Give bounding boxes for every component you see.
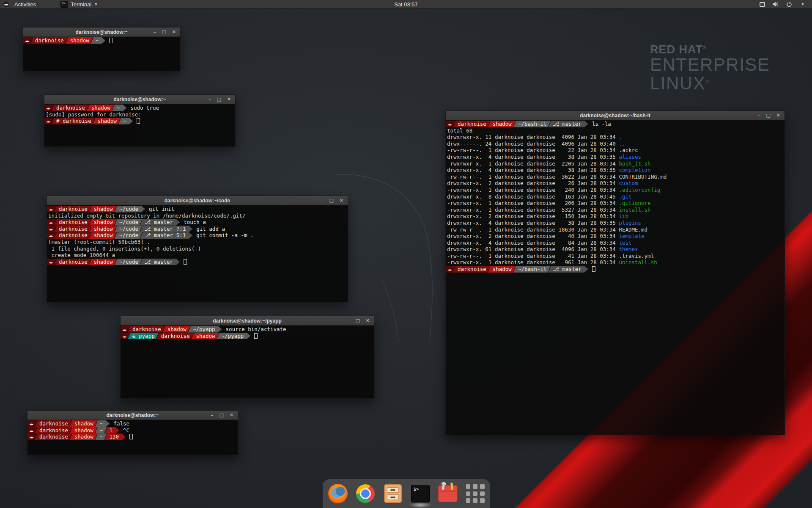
- clock[interactable]: Sat 03:57: [0, 1, 812, 8]
- terminal-cursor: [592, 266, 595, 272]
- toolbox-icon[interactable]: [438, 483, 458, 504]
- terminal-window-home-1[interactable]: darknoise@shadow:~ –□✕ darknoiseshadow~: [23, 27, 181, 71]
- command-text: source bin/activate: [226, 326, 286, 332]
- maximize-button[interactable]: □: [355, 316, 359, 326]
- prompt-segment-host: shadow: [89, 219, 117, 226]
- close-button[interactable]: ✕: [172, 28, 176, 37]
- terminal-window-pyapp[interactable]: darknoise@shadow:~/pyapp –□✕ darknoisesh…: [120, 316, 374, 399]
- file-name: .gitignore: [619, 200, 650, 206]
- maximize-button[interactable]: □: [217, 95, 221, 104]
- system-status-area[interactable]: ▼: [759, 1, 812, 7]
- minimize-button[interactable]: –: [154, 28, 156, 37]
- file-name: .travis.yml: [619, 253, 654, 259]
- file-name: test: [619, 240, 631, 246]
- terminal-window-bash-it[interactable]: darknoise@shadow:~/bash-it –□✕ darknoise…: [445, 110, 785, 435]
- file-name: .git: [619, 193, 631, 200]
- volume-icon[interactable]: [772, 1, 779, 7]
- terminal-line: drwxrwxr-x. 8 darknoise darknoise 163 Ja…: [446, 193, 785, 200]
- prompt-segment-dir: ~: [95, 420, 110, 427]
- close-button[interactable]: ✕: [340, 196, 343, 205]
- terminal-line: darknoiseshadow~/bash-it⎇ masterls -la: [446, 121, 785, 127]
- dock: $>: [323, 479, 490, 508]
- terminal-line: darknoiseshadow~/code⎇ master S:1git com…: [47, 232, 348, 239]
- titlebar[interactable]: darknoise@shadow:~ –□✕: [27, 411, 238, 420]
- terminal-line: darknoiseshadow~false: [27, 420, 238, 427]
- terminal-line: darknoiseshadow~/code⎇ master: [47, 259, 348, 265]
- prompt-segment-dir: ~: [95, 427, 107, 434]
- minimize-button[interactable]: –: [321, 196, 324, 205]
- chevron-down-icon[interactable]: ▼: [799, 1, 806, 7]
- terminal-line: ☯ pyappdarknoiseshadow~/pyapp: [121, 333, 374, 340]
- prompt-segment-dir: ~/pyapp: [188, 326, 222, 333]
- files-icon[interactable]: [383, 483, 403, 504]
- app-grid-icon[interactable]: [465, 483, 486, 504]
- command-text: ls -la: [592, 121, 611, 127]
- prompt-segment-host: shadow: [87, 105, 114, 111]
- terminal-line: drwx------. 24 darknoise darknoise 4096 …: [446, 141, 785, 147]
- chrome-icon[interactable]: [355, 483, 376, 504]
- maximize-button[interactable]: □: [766, 111, 770, 120]
- file-name: install.sh: [619, 207, 650, 213]
- close-button[interactable]: ✕: [366, 316, 370, 326]
- terminal-line: 1 file changed, 0 insertions(+), 0 delet…: [47, 246, 348, 252]
- terminal-cursor: [137, 118, 140, 124]
- terminal-line: darknoiseshadow~/bash-it⎇ master: [446, 266, 785, 273]
- titlebar[interactable]: darknoise@shadow:~ –□✕: [23, 28, 180, 37]
- terminal-screen[interactable]: darknoiseshadow~/codegit initInitialized…: [47, 205, 348, 302]
- prompt-segment-dir: ~/code: [115, 232, 142, 239]
- terminal-screen[interactable]: darknoiseshadow~/pyappsource bin/activat…: [121, 326, 374, 398]
- prompt-segment-user: darknoise: [54, 219, 91, 226]
- prompt-segment-host: shadow: [488, 266, 516, 273]
- minimize-button[interactable]: –: [758, 111, 760, 120]
- titlebar[interactable]: darknoise@shadow:~/bash-it –□✕: [446, 111, 785, 120]
- close-button[interactable]: ✕: [227, 95, 231, 104]
- power-icon[interactable]: [786, 1, 793, 7]
- close-button[interactable]: ✕: [230, 411, 233, 420]
- titlebar[interactable]: darknoise@shadow:~/code –□✕: [47, 196, 348, 205]
- maximize-button[interactable]: □: [329, 196, 333, 205]
- minimize-button[interactable]: –: [211, 411, 214, 420]
- titlebar[interactable]: darknoise@shadow:~ –□✕: [44, 95, 235, 104]
- terminal-screen[interactable]: darknoiseshadow~sudo true[sudo] password…: [44, 104, 235, 146]
- prompt-segment-host: shadow: [66, 37, 93, 44]
- command-text: touch a: [184, 219, 206, 225]
- prompt-segment-host: shadow: [89, 232, 117, 239]
- prompt-segment-dir: ~: [95, 433, 107, 440]
- terminal-icon[interactable]: $>: [410, 483, 431, 504]
- file-name: plugins: [619, 220, 641, 226]
- terminal-cursor: [129, 434, 133, 439]
- terminal-line: [sudo] password for darknoise:: [44, 111, 235, 118]
- terminal-screen[interactable]: darknoiseshadow~/bash-it⎇ masterls -lato…: [446, 120, 785, 435]
- app-menu-terminal[interactable]: $> Terminal ▼: [60, 1, 98, 8]
- file-name: completion: [619, 167, 650, 173]
- terminal-screen[interactable]: darknoiseshadow~falsedarknoiseshadow~1^C…: [27, 420, 238, 455]
- file-name: README.md: [619, 226, 647, 233]
- maximize-button[interactable]: □: [219, 411, 223, 420]
- prompt-segment-dir: ~/code: [115, 259, 142, 265]
- prompt-segment-git: ⎇ master: [140, 219, 180, 226]
- titlebar[interactable]: darknoise@shadow:~/pyapp –□✕: [121, 316, 374, 326]
- terminal-screen[interactable]: darknoiseshadow~: [23, 37, 180, 71]
- prompt-segment-dir: ~/code: [115, 226, 142, 232]
- minimize-button[interactable]: –: [208, 95, 211, 104]
- terminal-line: -rwxrwxr-x. 1 darknoise darknoise 240 Ja…: [446, 187, 785, 193]
- command-text: git init: [149, 206, 174, 212]
- prompt-segment-git: ⎇ master: [549, 266, 588, 273]
- activities-button[interactable]: Activities: [13, 1, 38, 8]
- minimize-button[interactable]: –: [347, 316, 350, 326]
- file-name: themes: [619, 246, 638, 252]
- prompt-segment-user: darknoise: [128, 326, 165, 333]
- screen-icon[interactable]: [759, 1, 765, 7]
- prompt-segment-user: darknoise: [30, 37, 68, 44]
- terminal-cursor: [109, 38, 112, 43]
- maximize-button[interactable]: □: [162, 28, 166, 37]
- terminal-line: # darknoiseshadow~: [44, 118, 235, 124]
- prompt-segment-dir: ~/code: [115, 219, 142, 226]
- prompt-segment-host: shadow: [93, 118, 121, 124]
- terminal-window-code[interactable]: darknoise@shadow:~/code –□✕ darknoisesha…: [47, 196, 348, 302]
- terminal-line: -rw-rw-r--. 1 darknoise darknoise 18630 …: [446, 226, 785, 233]
- firefox-icon[interactable]: [328, 483, 348, 504]
- terminal-window-home-2[interactable]: darknoise@shadow:~ –□✕ darknoiseshadow~f…: [27, 410, 238, 455]
- terminal-window-sudo[interactable]: darknoise@shadow:~ –□✕ darknoiseshadow~s…: [44, 94, 236, 147]
- close-button[interactable]: ✕: [776, 111, 780, 120]
